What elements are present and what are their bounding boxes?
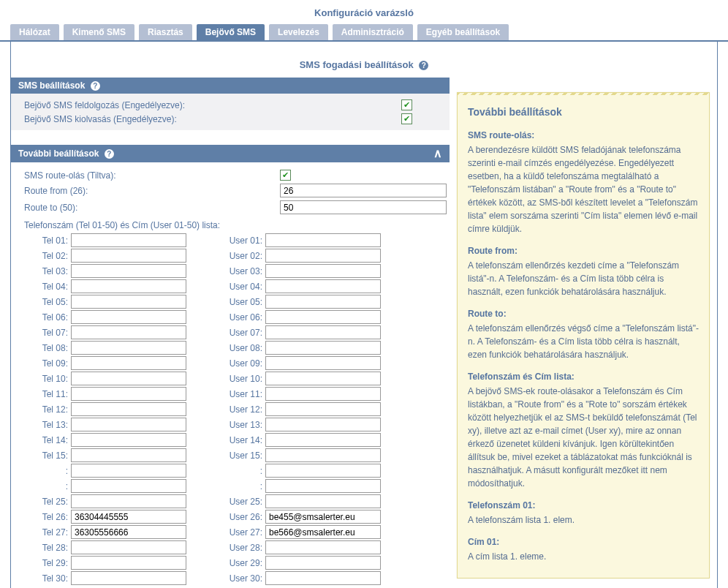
tel-input[interactable] [71, 448, 186, 462]
tab-adminisztráció[interactable]: Adminisztráció [333, 24, 413, 40]
tel-input[interactable] [71, 372, 186, 385]
user-input[interactable] [265, 418, 381, 431]
rxproc-label: Bejövő SMS feldolgozás (Engedélyezve): [11, 98, 398, 112]
tel-row: Tel 07: [24, 325, 214, 339]
tel-input[interactable] [71, 418, 186, 431]
tel-input[interactable] [71, 402, 186, 416]
tel-label: Tel 02: [24, 251, 71, 261]
route-enable-checkbox[interactable]: ✔ [280, 170, 291, 181]
user-input[interactable] [265, 325, 381, 339]
help-icon[interactable]: ? [105, 149, 114, 159]
user-input[interactable] [265, 279, 381, 293]
user-input[interactable] [265, 571, 381, 585]
user-input[interactable] [265, 341, 381, 355]
tel-input[interactable] [71, 556, 186, 570]
tel-label: Tel 28: [24, 543, 71, 553]
more-settings-bar: További beállítások ? ∧ [11, 145, 450, 162]
user-row: User 04: [214, 279, 419, 293]
tel-input[interactable] [71, 510, 186, 524]
user-input[interactable] [265, 510, 381, 524]
user-label: User 06: [214, 312, 265, 323]
tel-input[interactable] [71, 494, 186, 508]
tel-input[interactable] [71, 479, 186, 493]
user-input[interactable] [265, 433, 381, 447]
user-input[interactable] [265, 233, 381, 247]
user-row: User 09: [214, 356, 419, 370]
tel-input[interactable] [71, 264, 186, 278]
user-label: User 26: [214, 512, 265, 522]
route-from-input[interactable] [280, 184, 447, 197]
help-panel-title: További beállítások [468, 105, 699, 120]
user-input[interactable] [265, 540, 381, 554]
tel-row: Tel 01: [24, 233, 214, 247]
tel-input[interactable] [71, 525, 186, 539]
help-section-body: A telefonszám ellenőrzés végső címe a "T… [468, 322, 699, 361]
user-label: User 13: [214, 420, 265, 430]
user-row: User 28: [214, 540, 419, 554]
user-input[interactable] [265, 264, 381, 278]
user-input[interactable] [265, 556, 381, 570]
user-input[interactable] [265, 525, 381, 539]
tab-bejövő-sms[interactable]: Bejövő SMS [197, 24, 265, 40]
rxproc-checkbox[interactable]: ✔ [401, 99, 412, 110]
tel-row: Tel 10: [24, 372, 214, 385]
tel-input[interactable] [71, 249, 186, 263]
rxread-checkbox[interactable]: ✔ [401, 113, 412, 124]
user-input[interactable] [265, 372, 381, 385]
tel-input[interactable] [71, 325, 186, 339]
help-icon[interactable]: ? [91, 81, 100, 91]
tel-input[interactable] [71, 233, 186, 247]
user-input[interactable] [265, 464, 381, 478]
user-input[interactable] [265, 494, 381, 508]
user-input[interactable] [265, 387, 381, 401]
tel-row: Tel 26: [24, 510, 214, 524]
tel-row: Tel 13: [24, 418, 214, 431]
tel-label: Tel 08: [24, 343, 71, 353]
tel-input[interactable] [71, 387, 186, 401]
tel-row: Tel 27: [24, 525, 214, 539]
user-label: User 01: [214, 235, 265, 246]
tel-row: Tel 04: [24, 279, 214, 293]
tel-input[interactable] [71, 464, 186, 478]
tab-egyéb-beállítások[interactable]: Egyéb beállítások [417, 24, 509, 40]
user-label: User 15: [214, 451, 265, 461]
tel-input[interactable] [71, 540, 186, 554]
user-input[interactable] [265, 479, 381, 493]
tel-label: Tel 27: [24, 527, 71, 538]
tel-input[interactable] [71, 433, 186, 447]
tel-input[interactable] [71, 571, 186, 585]
collapse-chevron-icon[interactable]: ∧ [433, 148, 442, 159]
user-input[interactable] [265, 249, 381, 263]
tel-row: Tel 25: [24, 494, 214, 508]
user-input[interactable] [265, 402, 381, 416]
user-label: User 10: [214, 374, 265, 384]
tab-hálózat[interactable]: Hálózat [10, 24, 59, 40]
user-row: User 03: [214, 264, 419, 278]
tel-input[interactable] [71, 310, 186, 324]
tel-input[interactable] [71, 279, 186, 293]
user-row: User 26: [214, 510, 419, 524]
tel-label: Tel 14: [24, 435, 71, 445]
user-input[interactable] [265, 295, 381, 309]
tel-label: Tel 26: [24, 512, 71, 522]
tab-riasztás[interactable]: Riasztás [139, 24, 192, 40]
user-input[interactable] [265, 356, 381, 370]
tel-row: Tel 09: [24, 356, 214, 370]
user-row: User 15: [214, 448, 419, 462]
help-icon[interactable]: ? [419, 61, 428, 70]
left-column: SMS beállítások ? Bejövő SMS feldolgozás… [11, 78, 450, 588]
user-label: : [214, 481, 265, 491]
route-from-label: Route from (26): [11, 182, 277, 199]
user-label: User 05: [214, 297, 265, 307]
tel-input[interactable] [71, 341, 186, 355]
user-input[interactable] [265, 448, 381, 462]
tel-label: Tel 10: [24, 374, 71, 384]
user-label: User 12: [214, 404, 265, 415]
tel-row: Tel 12: [24, 402, 214, 416]
route-to-input[interactable] [280, 200, 447, 214]
tab-kimenő-sms[interactable]: Kimenő SMS [64, 24, 134, 40]
tel-input[interactable] [71, 295, 186, 309]
tab-levelezés[interactable]: Levelezés [269, 24, 328, 40]
tel-input[interactable] [71, 356, 186, 370]
user-input[interactable] [265, 310, 381, 324]
